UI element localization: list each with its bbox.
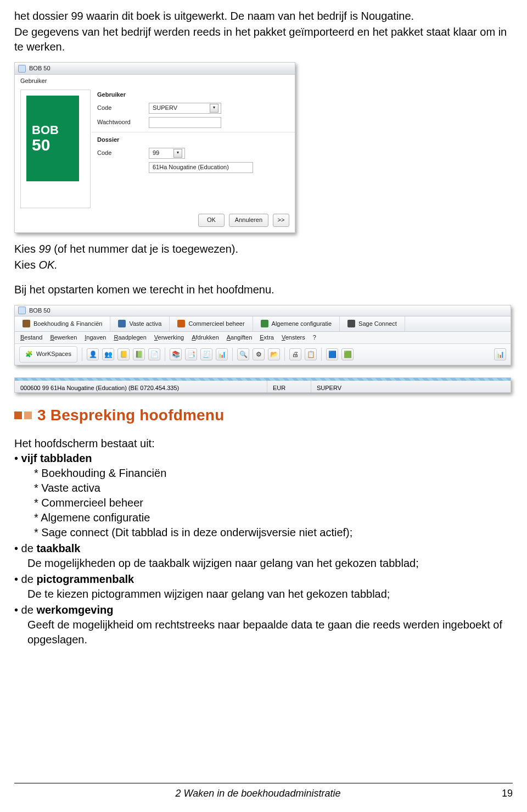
icon-row: 🧩 WorKSpaces 👤 👥 📒 📗 📄 📚 📑 🧾 📊 🔍 ⚙ 📂 🖨 📋… [15,344,511,365]
intro-text: het dossier 99 waarin dit boek is uitgew… [14,9,513,54]
mid-line3: Bij het opstarten komen we terecht in he… [14,282,513,297]
intro-line1: het dossier 99 waarin dit boek is uitgew… [14,9,513,24]
toolbar-icon[interactable]: 📋 [305,348,317,360]
toolbar-icon[interactable]: 🖨 [289,348,301,360]
tab-icon [261,320,268,327]
werkomgeving-desc: Geeft de mogelijkheid om rechtstreeks na… [27,618,513,647]
tab-vaste-activa[interactable]: Vaste activa [110,316,170,331]
menu-vensters[interactable]: Vensters [282,333,305,342]
toolbar-titlebar: BOB 50 [15,305,511,316]
separator [232,348,233,361]
sub-boekhouding: Boekhouding & Financiën [34,466,513,481]
dropdown-icon[interactable]: ▾ [210,104,218,113]
sub-vaste-activa: Vaste activa [34,481,513,496]
workspaces-button[interactable]: 🧩 WorKSpaces [19,346,77,363]
sub-configuratie: Algemene configuratie [34,510,513,525]
toolbar-icon[interactable]: 🔍 [237,348,249,360]
sub-sage-connect: Sage connect (Dit tabblad is in deze ond… [34,525,513,540]
app-icon [18,307,26,314]
square-icon [24,411,32,419]
tab-icon [177,320,185,327]
toolbar-icon[interactable]: 🟦 [326,348,338,360]
group-user-label: Gebruiker [97,91,289,99]
cancel-button[interactable]: Annuleren [229,214,268,227]
pictogrammenbalk-desc: De te kiezen pictogrammen wijzigen naar … [27,587,513,602]
section-title: 3 Bespreking hoofdmenu [37,405,224,426]
workspaces-icon: 🧩 [25,350,33,358]
separator [82,348,82,361]
separator [284,348,285,361]
mid-text: Kies 99 (of het nummer dat je is toegewe… [14,242,513,297]
bob50-logo: BOB 50 [26,96,79,181]
login-fields: Gebruiker Code SUPERV ▾ Wachtwoord Dossi… [97,90,289,208]
toolbar-icon[interactable]: ⚙ [253,348,265,360]
bullet-tabs: vijf tabbladen Boekhouding & Financiën V… [14,451,513,540]
separator [321,348,322,361]
tab-row: Boekhouding & Financiën Vaste activa Com… [15,316,511,332]
menu-bestand[interactable]: Bestand [20,333,42,342]
toolbar-icon[interactable]: 📒 [117,348,130,360]
menu-bewerken[interactable]: Bewerken [50,333,77,342]
login-titlebar: BOB 50 [15,63,295,75]
main-toolbar: BOB 50 Boekhouding & Financiën Vaste act… [14,305,511,365]
menu-raadplegen[interactable]: Raadplegen [114,333,146,342]
tab-icon [23,320,30,327]
toolbar-icon-excel[interactable]: 📊 [494,348,506,360]
toolbar-icon[interactable]: 👤 [87,348,99,360]
status-user: SUPERV [311,378,511,392]
tab-sage-connect[interactable]: Sage Connect [340,316,405,331]
toolbar-icon[interactable]: 📗 [133,348,145,360]
toolbar-icon[interactable]: 📄 [148,348,160,360]
dossier-desc-input[interactable]: 61Ha Nougatine (Education) [149,162,253,173]
user-code-input[interactable]: SUPERV ▾ [149,103,221,114]
sub-commercieel: Commercieel beheer [34,496,513,510]
toolbar-icon[interactable]: 👥 [102,348,114,360]
group-dossier-label: Dossier [97,136,289,144]
toolbar-icon[interactable]: 🧾 [200,348,212,360]
status-currency: EUR [267,378,311,392]
dropdown-icon[interactable]: ▾ [173,149,182,158]
toolbar-icon[interactable]: 📚 [170,348,182,360]
section-lead: Het hoofdscherm bestaat uit: [14,436,513,451]
app-icon [18,65,26,73]
login-dialog: BOB 50 Gebruiker BOB 50 Gebruiker Code S… [14,62,295,233]
tab-boekhouding[interactable]: Boekhouding & Financiën [15,316,110,331]
toolbar-icon[interactable]: 📂 [268,348,280,360]
section-heading: 3 Bespreking hoofdmenu [14,405,513,426]
label-dossier-code: Code [97,149,144,157]
bullet-werkomgeving: de werkomgeving Geeft de mogelijkheid om… [14,603,513,647]
footer-chapter: 2 Waken in de boekhoudadministratie [176,787,341,800]
login-body: BOB 50 Gebruiker Code SUPERV ▾ Wachtwoor… [15,85,295,210]
dossier-code-input[interactable]: 99 ▾ [149,148,185,159]
tab-commercieel[interactable]: Commercieel beheer [170,316,253,331]
section-content: Het hoofdscherm bestaat uit: vijf tabbla… [14,436,513,647]
login-buttons: OK Annuleren >> [15,210,295,232]
square-icon [14,411,22,419]
status-dossier: 000600 99 61Ha Nougatine (Education) (BE… [15,378,267,392]
more-button[interactable]: >> [273,214,289,227]
page-footer: 2 Waken in de boekhoudadministratie 19 [14,783,513,800]
intro-line2: De gegevens van het bedrijf werden reeds… [14,25,513,54]
login-title: BOB 50 [29,64,51,73]
label-code: Code [97,104,144,112]
status-bar: 000600 99 61Ha Nougatine (Education) (BE… [14,377,511,393]
menu-help[interactable]: ? [313,333,316,342]
gebruiker-header: Gebruiker [15,75,295,85]
menu-aangiften[interactable]: Aangiften [227,333,253,342]
taakbalk-desc: De mogelijkheden op de taakbalk wijzigen… [27,556,513,571]
label-password: Wachtwoord [97,118,144,126]
menu-verwerking[interactable]: Verwerking [154,333,184,342]
menu-ingaven[interactable]: Ingaven [85,333,106,342]
menu-extra[interactable]: Extra [260,333,274,342]
bullet-pictogrammenbalk: de pictogrammenbalk De te kiezen pictogr… [14,572,513,602]
ok-button[interactable]: OK [198,214,225,227]
tab-configuratie[interactable]: Algemene configuratie [253,316,340,331]
separator [165,348,165,361]
menu-afdrukken[interactable]: Afdrukken [192,333,219,342]
toolbar-icon[interactable]: 🟩 [341,348,354,360]
divider [92,132,295,132]
toolbar-icon[interactable]: 📊 [216,348,228,360]
password-input[interactable] [149,117,221,128]
toolbar-icon[interactable]: 📑 [185,348,197,360]
mid-line1: Kies 99 (of het nummer dat je is toegewe… [14,242,513,257]
